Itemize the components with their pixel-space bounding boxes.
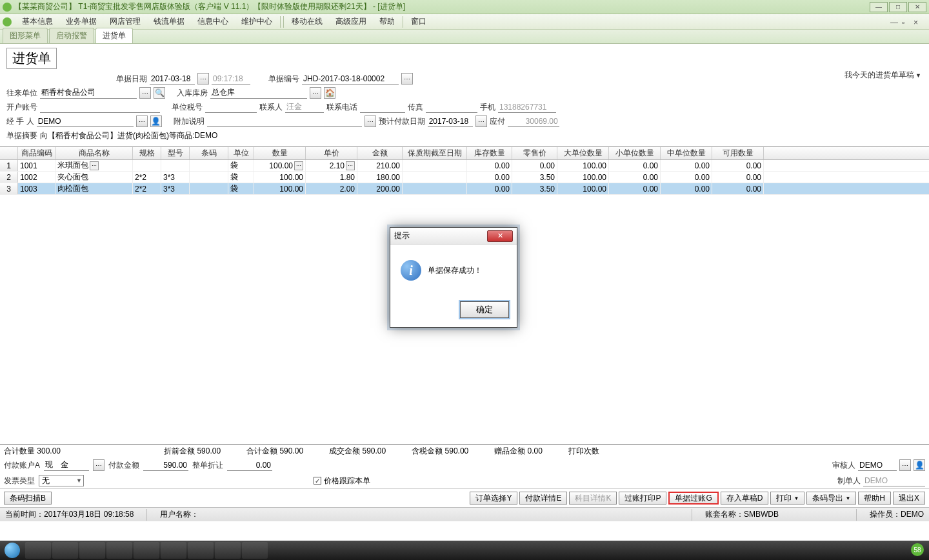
cell[interactable]: 1 (0, 160, 18, 171)
cell[interactable]: 0.00 (712, 172, 764, 183)
cell[interactable]: 100.00 (557, 172, 609, 183)
cell[interactable] (161, 160, 190, 171)
table-row[interactable]: 21002夹心面包2*23*3袋100.001.80180.000.003.50… (0, 172, 929, 183)
col-header[interactable]: 中单位数量 (661, 147, 712, 159)
note-picker-button[interactable]: ⋯ (365, 115, 376, 127)
taskbar-item[interactable] (215, 542, 241, 559)
taskbar-item[interactable] (25, 542, 51, 559)
minimize-button[interactable]: — (870, 2, 888, 12)
col-header[interactable]: 商品名称 (55, 147, 133, 159)
field-mobile[interactable]: 13188267731 (498, 101, 556, 113)
cell[interactable]: 0.00 (661, 172, 712, 183)
action-条码导出[interactable]: 条码导出 (806, 492, 856, 505)
action-过账打印P[interactable]: 过账打印P (619, 492, 666, 505)
cell[interactable]: 0.00 (467, 183, 512, 194)
tab-2[interactable]: 进货单 (95, 28, 133, 43)
taskbar-item[interactable] (134, 542, 159, 559)
col-header[interactable]: 单位 (228, 147, 254, 159)
cell[interactable]: 1001 (18, 160, 55, 171)
menu-8[interactable]: 帮助 (373, 14, 401, 29)
cell[interactable]: 100.00⋯ (254, 160, 306, 171)
cell[interactable]: 100.00 (557, 160, 609, 171)
mdi-close-icon[interactable]: × (914, 18, 923, 26)
barcode-scan-button[interactable]: 条码扫描B (4, 492, 52, 505)
tray-badge[interactable]: 58 (911, 543, 924, 556)
col-header[interactable]: 规格 (133, 147, 161, 159)
cell[interactable]: 100.00 (557, 183, 609, 194)
cell-picker-button[interactable]: ⋯ (294, 161, 303, 170)
cell[interactable]: 肉松面包 (55, 183, 133, 194)
field-wholedisc[interactable]: 0.00 (227, 459, 272, 471)
cell[interactable] (190, 172, 228, 183)
cell[interactable]: 袋 (228, 183, 254, 194)
cell[interactable] (403, 172, 467, 183)
field-phone[interactable] (360, 101, 405, 113)
cell[interactable]: 0.00 (609, 160, 661, 171)
menu-1[interactable]: 业务单据 (59, 14, 103, 29)
menu-2[interactable]: 网店管理 (103, 14, 147, 29)
taskbar-item[interactable] (188, 542, 214, 559)
action-退出X[interactable]: 退出X (893, 492, 925, 505)
cell[interactable]: 2.00 (306, 183, 357, 194)
cell[interactable]: 100.00 (254, 183, 306, 194)
field-contact[interactable]: 汪金 (285, 101, 324, 113)
field-docno[interactable]: JHD-2017-03-18-00002 (302, 73, 399, 85)
cell[interactable]: 0.00 (661, 183, 712, 194)
checkbox-pricetrack[interactable]: ✓ (314, 477, 321, 485)
action-存入草稿D[interactable]: 存入草稿D (721, 492, 769, 505)
menu-5[interactable]: 维护中心 (235, 14, 279, 29)
maximize-button[interactable]: □ (889, 2, 907, 12)
table-row[interactable]: 31003肉松面包2*23*3袋100.002.00200.000.003.50… (0, 183, 929, 195)
taskbar-item[interactable] (52, 542, 78, 559)
cell[interactable]: 200.00 (357, 183, 403, 194)
menu-0[interactable]: 基本信息 (15, 14, 59, 29)
field-date[interactable]: 2017-03-18 (150, 73, 195, 85)
col-header[interactable]: 大单位数量 (557, 147, 609, 159)
docno-picker-button[interactable]: ⋯ (401, 73, 413, 85)
action-帮助H[interactable]: 帮助H (858, 492, 891, 505)
taskbar-item[interactable] (79, 542, 105, 559)
close-button[interactable]: ✕ (908, 2, 926, 12)
supplier-picker-button[interactable]: ⋯ (139, 87, 151, 99)
field-payacct[interactable]: 现 金 (44, 459, 89, 471)
modal-ok-button[interactable]: 确定 (460, 301, 509, 318)
cell[interactable]: 2*2 (133, 183, 161, 194)
cell[interactable]: 210.00 (357, 160, 403, 171)
cell[interactable]: 2*2 (133, 172, 161, 183)
cell[interactable]: 0.00 (712, 160, 764, 171)
cell[interactable]: 3*3 (161, 183, 190, 194)
field-handler[interactable]: DEMO (37, 115, 134, 127)
cell-picker-button[interactable]: ⋯ (90, 161, 99, 170)
col-header[interactable]: 库存数量 (467, 147, 512, 159)
col-header[interactable]: 商品编码 (18, 147, 55, 159)
tab-0[interactable]: 图形菜单 (3, 28, 48, 43)
field-warehouse[interactable]: 总仓库 (210, 87, 307, 99)
select-invoice[interactable]: 无 (39, 475, 84, 486)
menu-3[interactable]: 钱流单据 (147, 14, 191, 29)
warehouse-picker-button[interactable]: ⋯ (310, 87, 321, 99)
action-单据过账G[interactable]: 单据过账G (668, 492, 718, 505)
col-header[interactable]: 条码 (190, 147, 228, 159)
menu-7[interactable]: 高级应用 (329, 14, 373, 29)
col-header[interactable]: 零售价 (512, 147, 557, 159)
cell[interactable]: 0.00 (609, 183, 661, 194)
handler-info-icon[interactable]: 👤 (150, 115, 162, 127)
mdi-minimize-icon[interactable]: — (890, 18, 899, 26)
cell[interactable]: 袋 (228, 160, 254, 171)
auditor-picker-button[interactable]: ⋯ (899, 459, 911, 471)
cell[interactable]: 0.00 (512, 160, 557, 171)
cell[interactable]: 0.00 (661, 160, 712, 171)
start-button[interactable] (0, 541, 25, 560)
menu-9[interactable]: 窗口 (405, 14, 433, 29)
field-fax[interactable] (426, 101, 477, 113)
cell[interactable]: 夹心面包 (55, 172, 133, 183)
cell[interactable] (190, 160, 228, 171)
taskbar-item[interactable] (106, 542, 132, 559)
cell[interactable]: 2.10⋯ (306, 160, 357, 171)
modal-close-button[interactable]: ✕ (487, 230, 513, 242)
cell[interactable]: 0.00 (609, 172, 661, 183)
handler-picker-button[interactable]: ⋯ (136, 115, 148, 127)
cell[interactable]: 0.00 (712, 183, 764, 194)
cell-picker-button[interactable]: ⋯ (346, 161, 355, 170)
tab-1[interactable]: 启动报警 (49, 28, 94, 43)
